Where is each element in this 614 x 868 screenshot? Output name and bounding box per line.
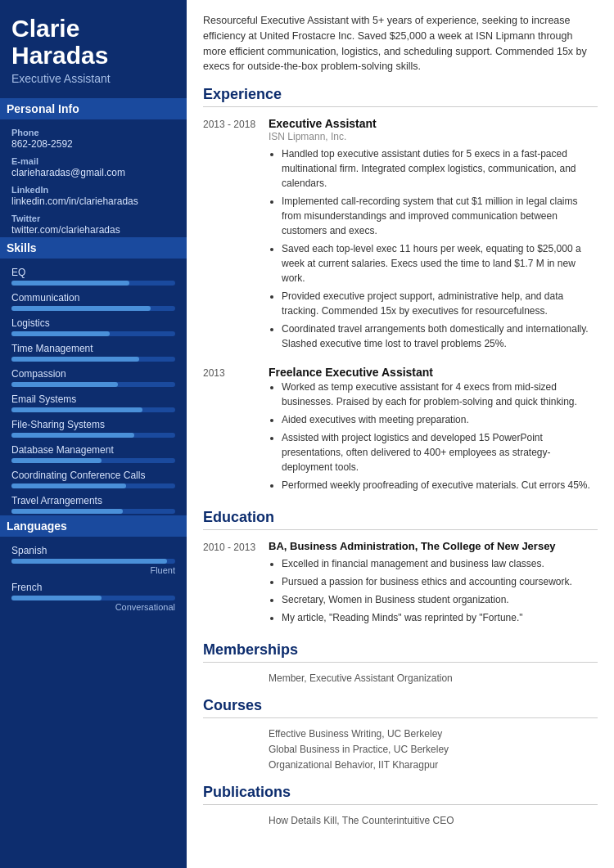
edu-content: BA, Business Administration, The College…: [269, 540, 598, 628]
skill-name: File-Sharing Systems: [11, 419, 175, 430]
education-item: 2010 - 2013BA, Business Administration, …: [203, 540, 598, 628]
exp-date: 2013: [203, 366, 269, 496]
skills-heading: Skills: [0, 237, 187, 259]
skill-name: Logistics: [11, 317, 175, 329]
twitter-value: twitter.com/clarieharadas: [11, 224, 175, 236]
skill-item: EQ: [11, 267, 175, 286]
publications-heading: Publications: [203, 784, 598, 805]
skill-bar-background: [11, 281, 175, 286]
skill-bar-fill: [11, 458, 102, 463]
courses-list: Effective Business Writing, UC BerkeleyG…: [203, 728, 598, 771]
phone-label: Phone: [11, 128, 175, 137]
skill-name: Travel Arrangements: [11, 495, 175, 506]
exp-bullets: Worked as temp executive assistant for 4…: [269, 380, 598, 492]
skill-bar-background: [11, 458, 175, 463]
membership-item: Member, Executive Assistant Organization: [203, 672, 598, 684]
skill-bar-background: [11, 433, 175, 438]
skill-bar-fill: [11, 382, 118, 387]
publication-item: How Details Kill, The Counterintuitive C…: [203, 815, 598, 826]
exp-content: Executive AssistantISN Lipmann, Inc.Hand…: [269, 117, 598, 354]
language-name: French: [11, 582, 175, 593]
exp-bullet: Provided executive project support, admi…: [282, 289, 598, 318]
skill-name: Compassion: [11, 368, 175, 380]
twitter-label: Twitter: [11, 214, 175, 223]
publications-section: Publications How Details Kill, The Count…: [203, 784, 598, 826]
exp-bullet: Saved each top-level exec 11 hours per w…: [282, 241, 598, 286]
candidate-title: Executive Assistant: [11, 72, 175, 85]
memberships-list: Member, Executive Assistant Organization: [203, 672, 598, 684]
skill-name: Time Management: [11, 343, 175, 354]
phone-value: 862-208-2592: [11, 138, 175, 150]
email-label: E-mail: [11, 156, 175, 166]
memberships-section: Memberships Member, Executive Assistant …: [203, 641, 598, 684]
languages-list: SpanishFluentFrenchConversational: [11, 545, 175, 612]
language-item: FrenchConversational: [11, 582, 175, 612]
edu-bullet: Secretary, Women in Business student org…: [282, 592, 598, 607]
skill-item: Communication: [11, 292, 175, 311]
experience-heading: Experience: [203, 86, 598, 107]
skill-item: Time Management: [11, 343, 175, 362]
skill-name: Database Management: [11, 444, 175, 456]
skill-bar-fill: [11, 407, 142, 412]
edu-date: 2010 - 2013: [203, 540, 269, 628]
skill-bar-background: [11, 331, 175, 336]
language-level: Fluent: [11, 565, 175, 575]
skill-bar-background: [11, 306, 175, 311]
exp-bullet: Implemented call-recording system that c…: [282, 194, 598, 238]
edu-bullets: Excelled in financial management and bus…: [269, 556, 598, 625]
edu-bullet: Excelled in financial management and bus…: [282, 556, 598, 571]
skill-bar-fill: [11, 306, 151, 311]
skill-bar-background: [11, 357, 175, 362]
skill-name: EQ: [11, 267, 175, 278]
education-section: Education 2010 - 2013BA, Business Admini…: [203, 509, 598, 628]
skill-bar-background: [11, 407, 175, 412]
personal-info-heading: Personal Info: [0, 98, 187, 119]
exp-bullet: Assisted with project logistics and deve…: [282, 430, 598, 474]
edu-bullet: Pursued a passion for business ethics an…: [282, 574, 598, 589]
course-item: Effective Business Writing, UC Berkeley: [203, 728, 598, 740]
exp-bullet: Worked as temp executive assistant for 4…: [282, 380, 598, 409]
skill-bar-fill: [11, 357, 139, 362]
language-bar-background: [11, 559, 175, 564]
skill-item: Travel Arrangements: [11, 495, 175, 514]
language-level: Conversational: [11, 602, 175, 612]
exp-content: Freelance Executive AssistantWorked as t…: [269, 366, 598, 496]
skill-bar-background: [11, 382, 175, 387]
linkedin-value: linkedin.com/in/clarieharadas: [11, 196, 175, 207]
exp-job-title: Freelance Executive Assistant: [269, 366, 598, 379]
language-bar-fill: [11, 559, 167, 564]
main-content: Resourceful Executive Assistant with 5+ …: [187, 0, 614, 868]
skill-item: Database Management: [11, 444, 175, 463]
publications-list: How Details Kill, The Counterintuitive C…: [203, 815, 598, 826]
memberships-heading: Memberships: [203, 641, 598, 663]
skill-item: Coordinating Conference Calls: [11, 470, 175, 488]
languages-heading: Languages: [0, 515, 187, 537]
exp-company: ISN Lipmann, Inc.: [269, 131, 598, 142]
experience-section: Experience 2013 - 2018Executive Assistan…: [203, 86, 598, 496]
skill-item: File-Sharing Systems: [11, 419, 175, 438]
exp-job-title: Executive Assistant: [269, 117, 598, 130]
exp-bullets: Handled top executive assistant duties f…: [269, 146, 598, 351]
experience-list: 2013 - 2018Executive AssistantISN Lipman…: [203, 117, 598, 496]
course-item: Organizational Behavior, IIT Kharagpur: [203, 759, 598, 771]
exp-bullet: Coordinated travel arrangements both dom…: [282, 322, 598, 351]
experience-item: 2013 - 2018Executive AssistantISN Lipman…: [203, 117, 598, 354]
skill-item: Compassion: [11, 368, 175, 387]
skill-bar-fill: [11, 281, 129, 286]
language-bar-background: [11, 596, 175, 600]
skill-name: Coordinating Conference Calls: [11, 470, 175, 481]
education-list: 2010 - 2013BA, Business Administration, …: [203, 540, 598, 628]
skill-item: Logistics: [11, 317, 175, 336]
skill-name: Email Systems: [11, 394, 175, 405]
language-bar-fill: [11, 596, 102, 600]
education-heading: Education: [203, 509, 598, 530]
skill-bar-fill: [11, 483, 126, 488]
exp-date: 2013 - 2018: [203, 117, 269, 354]
skill-bar-fill: [11, 433, 134, 438]
exp-bullet: Handled top executive assistant duties f…: [282, 146, 598, 191]
exp-bullet: Performed weekly proofreading of executi…: [282, 478, 598, 492]
skill-item: Email Systems: [11, 394, 175, 412]
experience-item: 2013Freelance Executive AssistantWorked …: [203, 366, 598, 496]
candidate-name: Clarie Haradas: [11, 15, 175, 69]
skill-bar-fill: [11, 331, 110, 336]
